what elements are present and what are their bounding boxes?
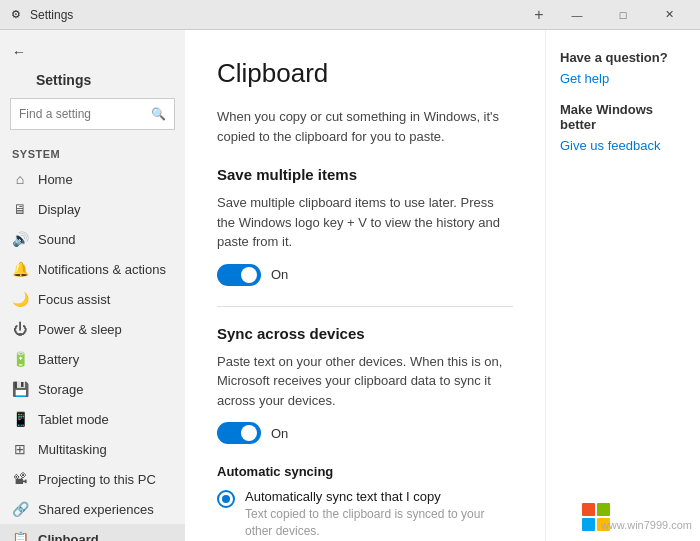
shared-icon: 🔗	[12, 501, 28, 517]
save-toggle-row: On	[217, 264, 513, 286]
sidebar-item-sound[interactable]: 🔊 Sound	[0, 224, 185, 254]
close-button[interactable]: ✕	[646, 0, 692, 30]
save-toggle-label: On	[271, 267, 288, 282]
win-tile-red	[582, 503, 595, 516]
sidebar-app-title: Settings	[0, 68, 185, 98]
sidebar-item-label-battery: Battery	[38, 352, 79, 367]
minimize-button[interactable]: —	[554, 0, 600, 30]
titlebar-title: Settings	[30, 8, 73, 22]
radio-label-1: Automatically sync text that I copy	[245, 489, 513, 504]
radio-text-1: Automatically sync text that I copy Text…	[245, 489, 513, 540]
notifications-icon: 🔔	[12, 261, 28, 277]
back-button[interactable]: ←	[0, 36, 185, 68]
storage-icon: 💾	[12, 381, 28, 397]
sidebar-item-storage[interactable]: 💾 Storage	[0, 374, 185, 404]
radio-group: Automatically sync text that I copy Text…	[217, 489, 513, 541]
help-title: Have a question?	[560, 50, 686, 65]
clipboard-icon: 📋	[12, 531, 28, 541]
new-tab-button[interactable]: +	[524, 0, 554, 30]
sync-description: Paste text on your other devices. When t…	[217, 352, 513, 411]
radio-sublabel-1: Text copied to the clipboard is synced t…	[245, 506, 513, 540]
sync-toggle-knob	[241, 425, 257, 441]
sidebar-item-projecting[interactable]: 📽 Projecting to this PC	[0, 464, 185, 494]
feedback-title: Make Windows better	[560, 102, 686, 132]
sync-toggle-row: On	[217, 422, 513, 444]
focus-icon: 🌙	[12, 291, 28, 307]
multitasking-icon: ⊞	[12, 441, 28, 457]
clipboard-intro: When you copy or cut something in Window…	[217, 107, 513, 146]
get-help-link[interactable]: Get help	[560, 71, 686, 86]
sidebar-item-label-clipboard: Clipboard	[38, 532, 99, 542]
save-toggle[interactable]	[217, 264, 261, 286]
sidebar-item-label-home: Home	[38, 172, 73, 187]
sidebar-item-label-multitasking: Multitasking	[38, 442, 107, 457]
sidebar-item-label-display: Display	[38, 202, 81, 217]
right-panel: Have a question? Get help Make Windows b…	[545, 30, 700, 541]
sidebar-item-shared[interactable]: 🔗 Shared experiences	[0, 494, 185, 524]
sidebar-item-label-storage: Storage	[38, 382, 84, 397]
watermark-site: www.win7999.com	[601, 519, 692, 531]
save-description: Save multiple clipboard items to use lat…	[217, 193, 513, 252]
sidebar-item-label-tablet: Tablet mode	[38, 412, 109, 427]
sidebar-item-clipboard[interactable]: 📋 Clipboard	[0, 524, 185, 541]
sidebar-item-power[interactable]: ⏻ Power & sleep	[0, 314, 185, 344]
sidebar-item-battery[interactable]: 🔋 Battery	[0, 344, 185, 374]
settings-icon: ⚙	[8, 7, 24, 23]
sidebar-item-label-focus: Focus assist	[38, 292, 110, 307]
tablet-icon: 📱	[12, 411, 28, 427]
power-icon: ⏻	[12, 321, 28, 337]
sidebar-item-multitasking[interactable]: ⊞ Multitasking	[0, 434, 185, 464]
projecting-icon: 📽	[12, 471, 28, 487]
titlebar-left: ⚙ Settings	[8, 7, 73, 23]
sidebar-item-display[interactable]: 🖥 Display	[0, 194, 185, 224]
sidebar-item-label-power: Power & sleep	[38, 322, 122, 337]
radio-circle-1	[217, 490, 235, 508]
sync-toggle-label: On	[271, 426, 288, 441]
sidebar-item-focus[interactable]: 🌙 Focus assist	[0, 284, 185, 314]
feedback-link[interactable]: Give us feedback	[560, 138, 686, 153]
radio-item-1[interactable]: Automatically sync text that I copy Text…	[217, 489, 513, 540]
save-toggle-knob	[241, 267, 257, 283]
sidebar-item-notifications[interactable]: 🔔 Notifications & actions	[0, 254, 185, 284]
main-content: Clipboard When you copy or cut something…	[185, 30, 545, 541]
maximize-button[interactable]: □	[600, 0, 646, 30]
sound-icon: 🔊	[12, 231, 28, 247]
section-divider-1	[217, 306, 513, 307]
back-icon: ←	[12, 44, 26, 60]
sidebar-item-label-projecting: Projecting to this PC	[38, 472, 156, 487]
sidebar-section-label: System	[0, 142, 185, 164]
page-title: Clipboard	[217, 58, 513, 89]
battery-icon: 🔋	[12, 351, 28, 367]
search-box[interactable]: 🔍	[10, 98, 175, 130]
sidebar-item-label-notifications: Notifications & actions	[38, 262, 166, 277]
save-section: Save multiple items Save multiple clipbo…	[217, 166, 513, 286]
titlebar: ⚙ Settings + — □ ✕	[0, 0, 700, 30]
search-input[interactable]	[19, 107, 151, 121]
watermark: www.win7999.com	[601, 519, 692, 531]
sidebar-item-label-shared: Shared experiences	[38, 502, 154, 517]
sidebar-item-tablet[interactable]: 📱 Tablet mode	[0, 404, 185, 434]
display-icon: 🖥	[12, 201, 28, 217]
titlebar-right: + — □ ✕	[524, 0, 692, 30]
sync-heading: Sync across devices	[217, 325, 513, 342]
auto-sync-label: Automatic syncing	[217, 464, 513, 479]
win-tile-blue	[582, 518, 595, 531]
sidebar: ← Settings 🔍 System ⌂ Home 🖥 Display 🔊 S…	[0, 30, 185, 541]
sync-toggle[interactable]	[217, 422, 261, 444]
save-heading: Save multiple items	[217, 166, 513, 183]
sidebar-item-label-sound: Sound	[38, 232, 76, 247]
sidebar-item-home[interactable]: ⌂ Home	[0, 164, 185, 194]
search-icon: 🔍	[151, 107, 166, 121]
win-tile-green	[597, 503, 610, 516]
sync-section: Sync across devices Paste text on your o…	[217, 325, 513, 542]
home-icon: ⌂	[12, 171, 28, 187]
